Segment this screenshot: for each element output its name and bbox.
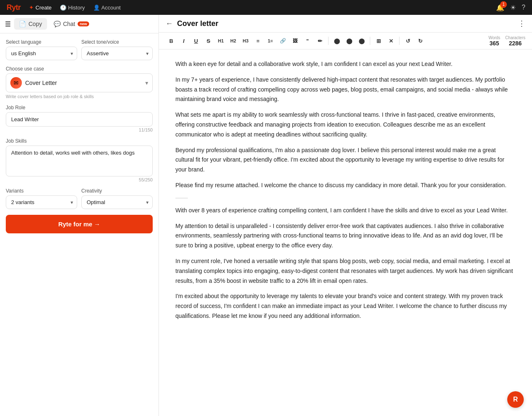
paragraph-8: In my current role, I've honed a versati… — [175, 256, 515, 286]
word-count-area: Words 365 Characters 2286 — [488, 35, 525, 47]
paragraph-9: I'm excited about the opportunity to lev… — [175, 291, 515, 321]
paragraph-1: With a keen eye for detail and a collabo… — [175, 59, 515, 69]
language-label: Select language — [6, 39, 77, 45]
creativity-field: Creativity Low Medium Optimal High — [81, 188, 153, 209]
word-count: Words 365 — [488, 35, 500, 47]
language-select-wrapper: us English UK English Spanish French — [6, 47, 77, 60]
h3-button[interactable]: H3 — [240, 35, 251, 47]
language-select[interactable]: us English UK English Spanish French — [6, 47, 77, 60]
content-area: ← Cover letter ⋮ B I U S H1 H2 H3 ≡ 1≡ 🔗… — [159, 15, 532, 416]
italic-button[interactable]: I — [178, 35, 189, 47]
characters-value: 2286 — [509, 40, 522, 47]
menu-icon[interactable]: ☰ — [5, 20, 11, 28]
job-role-char-count: 11/150 — [6, 127, 153, 132]
floating-avatar[interactable]: R — [507, 391, 524, 408]
tab-copy[interactable]: 📄 Copy — [14, 18, 47, 30]
underline-button[interactable]: U — [190, 35, 202, 47]
strikethrough-button[interactable]: S — [203, 35, 214, 47]
sidebar-tabs: ☰ 📄 Copy 💬 Chat new — [0, 15, 158, 33]
redo-button[interactable]: ↻ — [414, 35, 426, 47]
paragraph-7: My attention to detail is unparalleled -… — [175, 221, 515, 251]
variants-label: Variants — [6, 188, 77, 194]
main-layout: ☰ 📄 Copy 💬 Chat new Select language us E… — [0, 15, 532, 416]
language-tone-row: Select language us English UK English Sp… — [6, 39, 153, 60]
job-skills-input[interactable]: Attention to detail, works well with oth… — [6, 146, 153, 176]
clear-button[interactable]: ✕ — [385, 35, 397, 47]
copy-icon: 📄 — [19, 21, 26, 27]
sidebar: ☰ 📄 Copy 💬 Chat new Select language us E… — [0, 15, 159, 416]
image-button[interactable]: 🖼 — [289, 35, 301, 47]
chat-icon: 💬 — [54, 21, 61, 27]
link-button[interactable]: 🔗 — [277, 35, 288, 47]
variants-select[interactable]: 1 variant 2 variants 3 variants — [6, 195, 77, 209]
use-case-chevron-icon: ▾ — [145, 80, 148, 86]
history-icon: 🕐 — [60, 5, 66, 11]
creativity-select[interactable]: Low Medium Optimal High — [81, 195, 153, 209]
sidebar-content: Select language us English UK English Sp… — [0, 33, 158, 239]
creativity-select-wrapper: Low Medium Optimal High — [81, 195, 153, 209]
align-left-button[interactable]: ⬤ — [331, 35, 343, 47]
characters-label: Characters — [505, 35, 525, 40]
create-link[interactable]: ✦ Create — [29, 4, 52, 11]
tone-select[interactable]: Assertive Formal Casual Friendly — [81, 47, 153, 60]
h1-button[interactable]: H1 — [215, 35, 227, 47]
h2-button[interactable]: H2 — [227, 35, 239, 47]
words-value: 365 — [489, 40, 499, 47]
job-skills-input-wrapper: Attention to detail, works well with oth… — [6, 146, 153, 182]
back-button[interactable]: ← — [166, 19, 173, 28]
character-count: Characters 2286 — [505, 35, 525, 47]
tone-field: Select tone/voice Assertive Formal Casua… — [81, 39, 153, 60]
top-nav: Rytr ✦ Create 🕐 History 👤 Account 🔔 1 ☀ … — [0, 0, 532, 15]
paragraph-2: In my 7+ years of experience, I have con… — [175, 75, 515, 104]
align-center-button[interactable]: ⬤ — [343, 35, 355, 47]
job-role-input[interactable] — [6, 112, 153, 127]
plus-icon: ✦ — [29, 4, 34, 11]
chat-new-badge: new — [78, 21, 89, 26]
table-button[interactable]: ⊞ — [373, 35, 384, 47]
use-case-select[interactable]: ✉ Cover Letter ▾ — [6, 73, 153, 92]
history-link[interactable]: 🕐 History — [60, 5, 85, 11]
brightness-icon[interactable]: ☀ — [510, 4, 516, 12]
job-role-label: Job Role — [6, 105, 153, 110]
use-case-field: Choose use case ✉ Cover Letter ▾ Write c… — [6, 66, 153, 99]
paragraph-3: What sets me apart is my ability to work… — [175, 110, 515, 139]
align-right-button[interactable]: ⬤ — [356, 35, 367, 47]
account-link[interactable]: 👤 Account — [93, 5, 121, 11]
quote-button[interactable]: " — [302, 35, 313, 47]
paragraph-4: Beyond my professional qualifications, I… — [175, 146, 515, 175]
more-button[interactable]: ⋮ — [518, 19, 525, 28]
paragraph-6: With over 8 years of experience crafting… — [175, 206, 515, 216]
divider — [175, 198, 188, 198]
toolbar-separator-3 — [399, 37, 400, 45]
editor-content[interactable]: With a keen eye for detail and a collabo… — [159, 49, 532, 416]
logo: Rytr — [7, 3, 21, 12]
job-skills-char-count: 55/250 — [6, 177, 153, 182]
tone-select-wrapper: Assertive Formal Casual Friendly — [81, 47, 153, 60]
tab-chat[interactable]: 💬 Chat new — [49, 18, 94, 30]
job-role-field: Job Role 11/150 — [6, 105, 153, 132]
bold-button[interactable]: B — [166, 35, 177, 47]
ryte-button[interactable]: Ryte for me → — [6, 215, 153, 233]
variants-creativity-row: Variants 1 variant 2 variants 3 variants… — [6, 188, 153, 209]
variants-select-wrapper: 1 variant 2 variants 3 variants — [6, 195, 77, 209]
bullet-list-button[interactable]: ≡ — [252, 35, 264, 47]
nav-right: 🔔 1 ☀ ? — [496, 4, 525, 12]
undo-button[interactable]: ↺ — [402, 35, 414, 47]
content-header: ← Cover letter ⋮ — [159, 15, 532, 33]
help-icon[interactable]: ? — [522, 4, 525, 11]
job-skills-field: Job Skills Attention to detail, works we… — [6, 138, 153, 182]
toolbar-separator-2 — [370, 37, 370, 45]
toolbar-separator-1 — [328, 37, 329, 45]
notification-button[interactable]: 🔔 1 — [496, 4, 504, 12]
highlight-button[interactable]: ✏ — [314, 35, 326, 47]
content-title: Cover letter — [177, 19, 514, 28]
ordered-list-button[interactable]: 1≡ — [265, 35, 276, 47]
use-case-label: Choose use case — [6, 66, 153, 72]
notification-badge: 1 — [500, 1, 507, 8]
account-icon: 👤 — [93, 5, 100, 11]
language-field: Select language us English UK English Sp… — [6, 39, 77, 60]
paragraph-5: Please find my resume attached. I welcom… — [175, 181, 515, 190]
words-label: Words — [488, 35, 500, 40]
creativity-label: Creativity — [81, 188, 153, 194]
use-case-icon: ✉ — [10, 77, 22, 89]
